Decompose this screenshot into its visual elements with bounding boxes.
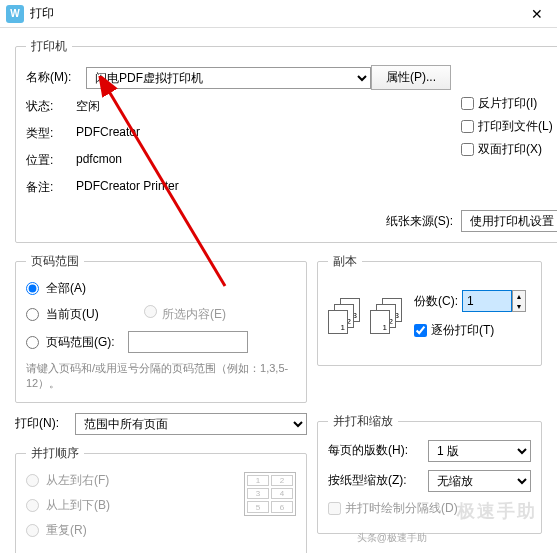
type-value: PDFCreator (76, 125, 140, 142)
page-range-hint: 请键入页码和/或用逗号分隔的页码范围（例如：1,3,5-12）。 (26, 361, 296, 392)
order-tb-radio (26, 499, 39, 512)
copies-spinner[interactable]: ▲▼ (462, 290, 526, 312)
print-to-file-checkbox[interactable]: 打印到文件(L) (461, 118, 557, 135)
paper-source-label: 纸张来源(S): (386, 213, 453, 230)
scale-fieldset: 并打和缩放 每页的版数(H):1 版 按纸型缩放(Z):无缩放 并打时绘制分隔线… (317, 413, 542, 534)
where-value: pdfcmon (76, 152, 122, 169)
draw-border-checkbox: 并打时绘制分隔线(D) (328, 500, 531, 517)
range-current-radio[interactable] (26, 308, 39, 321)
attribution-text: 头条@极速手助 (357, 531, 427, 545)
comment-value: PDFCreator Printer (76, 179, 179, 196)
collate-diagram: 321 321 (328, 298, 404, 338)
status-value: 空闲 (76, 98, 100, 115)
print-what-select[interactable]: 范围中所有页面 (75, 413, 307, 435)
duplex-checkbox[interactable]: 双面打印(X) (461, 141, 557, 158)
spin-down-icon: ▼ (513, 301, 525, 311)
scale-legend: 并打和缩放 (328, 413, 398, 430)
window-title: 打印 (30, 5, 517, 22)
paper-source-select[interactable]: 使用打印机设置 (461, 210, 557, 232)
per-sheet-select[interactable]: 1 版 (428, 440, 531, 462)
order-fieldset: 并打顺序 从左到右(F) 从上到下(B) 重复(R) 123456 (15, 445, 307, 553)
order-repeat-radio (26, 524, 39, 537)
app-logo: W (6, 5, 24, 23)
type-label: 类型: (26, 125, 76, 142)
status-label: 状态: (26, 98, 76, 115)
copies-fieldset: 副本 321 321 份数(C): ▲▼ 逐份打印(T) (317, 253, 542, 366)
page-range-input[interactable] (128, 331, 248, 353)
range-pages-radio[interactable] (26, 336, 39, 349)
copies-legend: 副本 (328, 253, 362, 270)
printer-name-label: 名称(M): (26, 69, 86, 86)
per-sheet-label: 每页的版数(H): (328, 442, 428, 459)
order-diagram: 123456 (244, 472, 296, 516)
page-range-fieldset: 页码范围 全部(A) 当前页(U) 所选内容(E) 页码范围(G): 请键入页码… (15, 253, 307, 403)
printer-name-select[interactable]: 闪电PDF虚拟打印机 (86, 67, 371, 89)
properties-button[interactable]: 属性(P)... (371, 65, 451, 90)
reverse-print-checkbox[interactable]: 反片打印(I) (461, 95, 557, 112)
close-icon[interactable]: ✕ (517, 0, 557, 28)
where-label: 位置: (26, 152, 76, 169)
scale-label: 按纸型缩放(Z): (328, 472, 428, 489)
spin-up-icon: ▲ (513, 291, 525, 301)
range-selection-radio (144, 305, 157, 318)
copies-label: 份数(C): (414, 293, 458, 310)
printer-fieldset: 打印机 名称(M): 闪电PDF虚拟打印机 属性(P)... 状态:空闲 类型:… (15, 38, 557, 243)
scale-select[interactable]: 无缩放 (428, 470, 531, 492)
print-what-label: 打印(N): (15, 415, 75, 432)
page-range-legend: 页码范围 (26, 253, 84, 270)
range-all-radio[interactable] (26, 282, 39, 295)
order-lr-radio (26, 474, 39, 487)
collate-checkbox[interactable]: 逐份打印(T) (414, 322, 526, 339)
printer-legend: 打印机 (26, 38, 72, 55)
comment-label: 备注: (26, 179, 76, 196)
order-legend: 并打顺序 (26, 445, 84, 462)
